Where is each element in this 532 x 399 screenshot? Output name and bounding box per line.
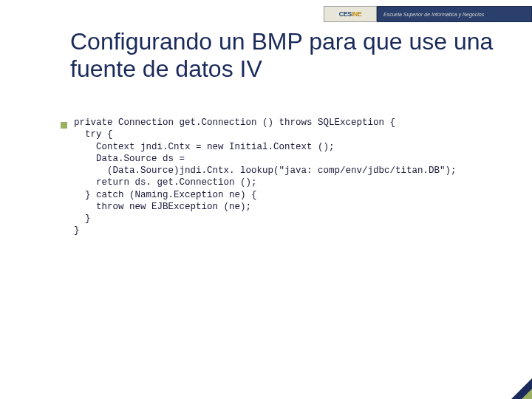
slide-title: Configurando un BMP para que use una fue…	[70, 28, 502, 83]
logo-accent: INE	[352, 10, 362, 18]
logo-prefix: CES	[339, 10, 352, 18]
tagline: Escuela Superior de Informática y Negoci…	[377, 6, 532, 22]
header-bar: CESINE Escuela Superior de Informática y…	[324, 6, 532, 22]
code-block: private Connection get.Connection () thr…	[74, 117, 457, 237]
corner-decoration	[511, 378, 532, 399]
logo: CESINE	[324, 6, 377, 22]
bullet-icon	[61, 122, 67, 129]
